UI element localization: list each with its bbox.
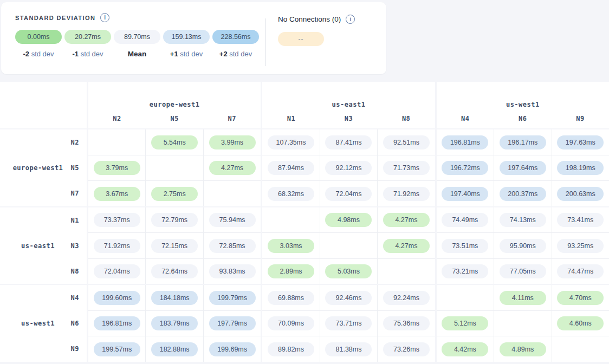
latency-cell: 87.41ms xyxy=(320,129,377,155)
latency-pill: 198.19ms xyxy=(557,161,604,175)
latency-cell: 89.82ms xyxy=(262,336,319,362)
info-icon[interactable]: i xyxy=(346,15,355,24)
latency-cell: 197.40ms xyxy=(437,181,494,206)
latency-cell: 81.38ms xyxy=(320,336,377,362)
latency-cell: 72.15ms xyxy=(146,233,203,258)
latency-pill: 4.60ms xyxy=(557,316,604,330)
latency-cell: 183.79ms xyxy=(146,311,203,336)
latency-pill: 87.94ms xyxy=(268,161,314,175)
latency-cell: 73.41ms xyxy=(552,207,609,233)
latency-pill: 2.75ms xyxy=(151,187,198,201)
matrix-corner xyxy=(0,82,87,128)
latency-pill: 72.04ms xyxy=(325,187,372,201)
latency-cell: 184.18ms xyxy=(146,285,203,310)
column-label-n5: N5 xyxy=(146,115,203,122)
latency-cell xyxy=(320,233,377,258)
latency-cell: 199.69ms xyxy=(204,336,261,362)
row-node-labels: N4N6N9 xyxy=(0,285,87,362)
latency-cell: 72.04ms xyxy=(320,181,377,206)
latency-pill: 183.79ms xyxy=(151,316,198,330)
latency-cell xyxy=(88,129,145,155)
column-label-n2: N2 xyxy=(88,115,146,122)
latency-pill: 199.79ms xyxy=(209,291,256,305)
latency-pill: 196.72ms xyxy=(442,161,488,175)
cell-group: 74.49ms74.13ms73.41ms73.51ms95.90ms93.25… xyxy=(437,207,609,284)
latency-cell: 72.85ms xyxy=(204,233,261,258)
latency-pill: 199.69ms xyxy=(209,342,256,356)
latency-cell: 92.12ms xyxy=(320,155,377,181)
latency-pill: 196.81ms xyxy=(94,316,140,330)
latency-cell: 92.46ms xyxy=(320,285,377,310)
latency-pill: 197.64ms xyxy=(500,161,546,175)
info-icon[interactable]: i xyxy=(100,13,109,22)
latency-cell: 196.81ms xyxy=(437,129,494,155)
latency-cell: 4.70ms xyxy=(552,285,609,310)
latency-pill: 73.37ms xyxy=(94,213,140,227)
latency-cell: 71.92ms xyxy=(88,233,145,258)
row-group-us-west1: us-west1N4N6N9199.60ms184.18ms199.79ms19… xyxy=(0,285,609,362)
column-label-n6: N6 xyxy=(494,115,552,122)
latency-pill: 4.27ms xyxy=(383,213,430,227)
latency-cell: 75.94ms xyxy=(204,207,261,233)
stddev-scale-label: -2 std dev xyxy=(15,50,62,58)
latency-cell: 75.36ms xyxy=(378,311,435,336)
row-label-n1: N1 xyxy=(0,207,87,233)
latency-pill: 69.88ms xyxy=(268,291,314,305)
latency-pill: 4.27ms xyxy=(383,239,430,253)
latency-pill: 3.67ms xyxy=(94,187,140,201)
column-group-europe-west1: europe-west1N2N5N7 xyxy=(88,82,261,128)
latency-cell: 4.27ms xyxy=(204,155,261,181)
latency-cell: 197.64ms xyxy=(494,155,551,181)
no-connections-legend: No Connections (0) i -- xyxy=(278,15,355,46)
latency-matrix: europe-west1N2N5N7us-east1N1N3N8us-west1… xyxy=(0,82,609,362)
latency-pill: 5.54ms xyxy=(151,135,198,150)
latency-pill: 72.15ms xyxy=(151,239,198,253)
row-node-labels: N1N3N8 xyxy=(0,207,87,284)
latency-pill: 72.04ms xyxy=(94,264,140,278)
latency-cell: 68.32ms xyxy=(262,181,319,206)
latency-cell: 69.88ms xyxy=(262,285,319,310)
stddev-scale-pill: 0.00ms xyxy=(15,30,62,44)
latency-pill: 74.13ms xyxy=(500,213,546,227)
latency-pill: 73.71ms xyxy=(325,316,372,330)
latency-cell: 4.11ms xyxy=(494,285,551,310)
row-label-block: us-east1N1N3N8 xyxy=(0,207,87,284)
latency-pill: 184.18ms xyxy=(151,291,198,305)
latency-pill: 89.82ms xyxy=(268,342,314,356)
row-label-n4: N4 xyxy=(0,285,87,310)
latency-pill: 4.89ms xyxy=(500,342,546,356)
latency-cell: 3.03ms xyxy=(262,233,319,258)
latency-cell: 71.73ms xyxy=(378,155,435,181)
latency-pill: 2.89ms xyxy=(268,264,314,278)
column-group-us-east1: us-east1N1N3N8 xyxy=(262,82,435,128)
latency-pill: 71.92ms xyxy=(94,239,140,253)
latency-pill: 73.21ms xyxy=(442,264,488,278)
row-node-labels: N2N5N7 xyxy=(0,129,87,206)
row-label-n7: N7 xyxy=(0,181,87,206)
latency-pill: 71.73ms xyxy=(383,161,430,175)
latency-pill: 73.51ms xyxy=(442,239,488,253)
latency-pill: 92.46ms xyxy=(325,291,372,305)
stddev-scale-pill: 228.56ms xyxy=(212,30,259,44)
stddev-scale-pill: 89.70ms xyxy=(114,30,160,44)
latency-pill: 68.32ms xyxy=(268,187,314,201)
stddev-scale-pill: 159.13ms xyxy=(163,30,210,44)
latency-cell: 93.25ms xyxy=(552,233,609,258)
latency-pill: 199.60ms xyxy=(94,291,140,305)
stddev-label-row: -2 std dev-1 std devMean+1 std dev+2 std… xyxy=(15,50,259,58)
latency-pill: 4.70ms xyxy=(557,291,604,305)
latency-pill: 92.24ms xyxy=(383,291,430,305)
latency-pill: 71.92ms xyxy=(383,187,430,201)
latency-cell: 196.81ms xyxy=(88,311,145,336)
cell-group: 73.37ms72.79ms75.94ms71.92ms72.15ms72.85… xyxy=(88,207,261,284)
latency-cell: 5.54ms xyxy=(146,129,203,155)
latency-pill: 4.98ms xyxy=(325,213,372,227)
latency-cell: 197.63ms xyxy=(552,129,609,155)
latency-cell: 200.37ms xyxy=(494,181,551,206)
stddev-legend-title: STANDARD DEVIATION xyxy=(15,15,95,21)
column-node-labels: N4N6N9 xyxy=(437,115,609,122)
no-connections-pill: -- xyxy=(278,32,324,46)
stddev-legend: STANDARD DEVIATION i 0.00ms20.27ms89.70m… xyxy=(15,13,259,58)
latency-pill: 75.36ms xyxy=(383,316,430,330)
latency-pill: 197.63ms xyxy=(557,135,604,150)
